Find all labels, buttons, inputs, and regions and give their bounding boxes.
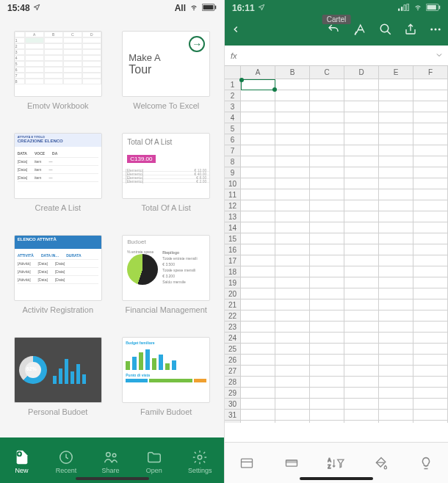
row-header[interactable]: 18 <box>225 266 241 277</box>
cell[interactable] <box>413 123 448 134</box>
cell[interactable] <box>413 344 448 355</box>
row-header[interactable]: 7 <box>225 145 241 156</box>
cell[interactable] <box>241 123 275 134</box>
cell[interactable] <box>275 399 310 410</box>
cell[interactable] <box>379 167 413 178</box>
row-header[interactable]: 22 <box>225 310 241 322</box>
cell[interactable] <box>241 145 275 156</box>
cell[interactable] <box>379 90 413 101</box>
cell[interactable] <box>413 134 448 145</box>
cell[interactable] <box>241 421 275 423</box>
formula-expand-button[interactable] <box>430 51 448 61</box>
template-family-budget[interactable]: Budget familiare Punto di vista Familv <box>119 337 214 427</box>
cell[interactable] <box>413 79 448 90</box>
cell[interactable] <box>379 101 413 112</box>
cell[interactable] <box>413 388 448 399</box>
cell[interactable] <box>413 189 448 200</box>
row-header[interactable]: 14 <box>225 222 241 233</box>
cell[interactable] <box>310 333 344 344</box>
row-header[interactable]: 5 <box>225 123 241 134</box>
row-header[interactable]: 1 <box>225 79 241 90</box>
cell[interactable] <box>379 189 413 200</box>
row-header[interactable]: 3 <box>225 101 241 112</box>
cell[interactable] <box>310 101 344 112</box>
cell[interactable] <box>379 123 413 134</box>
share-button[interactable] <box>404 23 417 39</box>
cell[interactable] <box>310 377 344 388</box>
cell[interactable] <box>413 178 448 189</box>
cell[interactable] <box>344 145 379 156</box>
cell[interactable] <box>344 410 379 421</box>
cell[interactable] <box>344 310 379 322</box>
cell[interactable] <box>310 145 344 156</box>
cell[interactable] <box>275 244 310 255</box>
row-header[interactable]: 27 <box>225 366 241 377</box>
cell[interactable] <box>344 366 379 377</box>
cell[interactable] <box>310 410 344 421</box>
row-header[interactable]: 2 <box>225 90 241 101</box>
cell[interactable] <box>344 255 379 266</box>
cell[interactable] <box>379 355 413 366</box>
template-financial-management[interactable]: Budoet % entrate spese Riepilogo Totale … <box>119 235 214 325</box>
cell[interactable] <box>413 299 448 310</box>
cell[interactable] <box>310 211 344 222</box>
cell[interactable] <box>310 421 344 423</box>
row-header[interactable]: 15 <box>225 233 241 244</box>
row-header[interactable]: 13 <box>225 211 241 222</box>
row-header[interactable]: 16 <box>225 244 241 255</box>
cell[interactable] <box>344 266 379 277</box>
formula-input[interactable] <box>243 51 430 61</box>
cell[interactable] <box>379 344 413 355</box>
cell[interactable] <box>241 79 275 90</box>
column-header[interactable]: C <box>310 66 344 79</box>
cell[interactable] <box>379 333 413 344</box>
template-empty-workbook[interactable]: ABCD 1 2 3 4 5 6 7 8 Emotv Workbook <box>10 31 106 121</box>
cell[interactable] <box>379 366 413 377</box>
cell[interactable] <box>413 277 448 288</box>
cell[interactable] <box>413 366 448 377</box>
cell[interactable] <box>379 266 413 277</box>
cell[interactable] <box>310 233 344 244</box>
cell[interactable] <box>275 167 310 178</box>
cell[interactable] <box>310 399 344 410</box>
cell[interactable] <box>379 388 413 399</box>
cell[interactable] <box>344 101 379 112</box>
cell[interactable] <box>379 421 413 423</box>
column-header[interactable]: D <box>344 66 379 79</box>
cell[interactable] <box>310 244 344 255</box>
cell[interactable] <box>344 189 379 200</box>
row-header[interactable]: 20 <box>225 288 241 299</box>
cell[interactable] <box>413 355 448 366</box>
cell[interactable] <box>413 211 448 222</box>
cell[interactable] <box>310 288 344 299</box>
cell[interactable] <box>344 156 379 167</box>
row-header[interactable]: 19 <box>225 277 241 288</box>
cell[interactable] <box>379 322 413 333</box>
template-total-list[interactable]: Total Of A List C139.00 [Elemento]€ 12.0… <box>119 133 214 223</box>
cell[interactable] <box>275 299 310 310</box>
cell[interactable] <box>344 277 379 288</box>
cell[interactable] <box>241 377 275 388</box>
cell[interactable] <box>275 266 310 277</box>
cell[interactable] <box>413 255 448 266</box>
cell[interactable] <box>241 233 275 244</box>
cell[interactable] <box>310 222 344 233</box>
cell[interactable] <box>379 255 413 266</box>
cell[interactable] <box>344 112 379 123</box>
cell[interactable] <box>275 178 310 189</box>
cell[interactable] <box>275 112 310 123</box>
cell[interactable] <box>310 90 344 101</box>
cell[interactable] <box>275 388 310 399</box>
cell[interactable] <box>379 399 413 410</box>
cell[interactable] <box>413 310 448 322</box>
column-header[interactable]: B <box>275 66 310 79</box>
cell[interactable] <box>241 344 275 355</box>
cell[interactable] <box>344 399 379 410</box>
cell[interactable] <box>310 299 344 310</box>
cell[interactable] <box>310 112 344 123</box>
column-header[interactable]: E <box>379 66 413 79</box>
cell[interactable] <box>344 233 379 244</box>
cell[interactable] <box>275 355 310 366</box>
undo-button[interactable] <box>326 23 341 39</box>
row-header[interactable]: 10 <box>225 178 241 189</box>
